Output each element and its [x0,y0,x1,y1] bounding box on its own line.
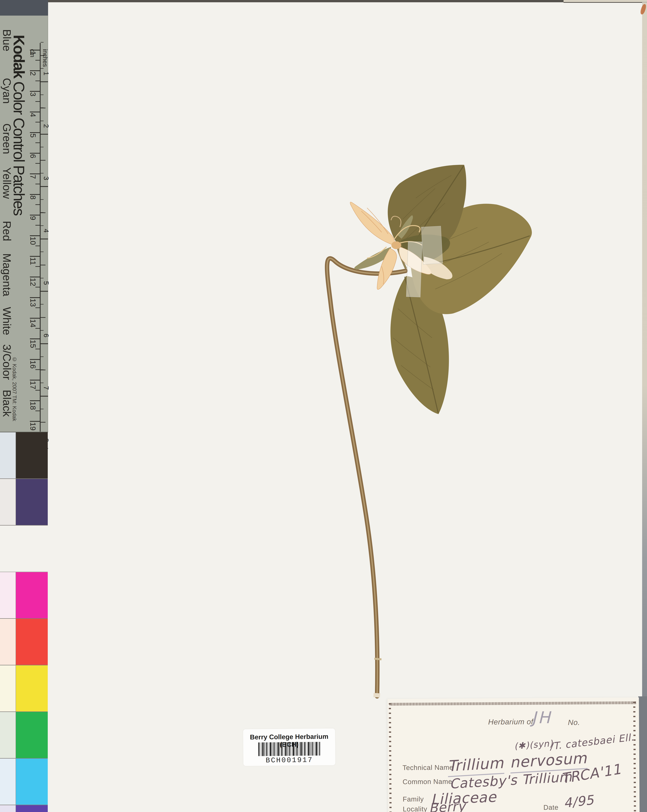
annotation-mark: (✱)(syn) [514,738,554,751]
mounting-tape-upper [421,226,443,264]
barcode-label: Berry College Herbarium (BCH) BCH001917 [243,728,335,766]
date-value: 4/95 [563,792,595,811]
mounting-tape-vertical [406,241,422,297]
flower-center [391,241,401,249]
herbarium-sheet-scan: Kodak Color Control Patches © Kodak, 200… [0,0,647,812]
technical-name-label: Technical Name [403,764,453,772]
herbarium-label-card: Herbarium of JH No. (✱)(syn) /T. catesba… [388,698,640,812]
label-border-right [633,702,636,812]
barcode-number: BCH001917 [243,756,335,765]
label-border-left [389,703,392,812]
header-label: Herbarium of [488,717,533,727]
number-label: No. [568,718,580,727]
pressed-trillium-specimen [0,0,647,812]
locality-label: Locality [403,805,427,812]
label-border-top [390,701,636,706]
barcode [258,742,320,756]
date-label: Date [543,804,558,812]
common-name-label: Common Name [403,778,452,786]
annotation-synonym: /T. catesbaei Ell. [549,731,635,752]
locality-value: Berry [429,798,466,812]
family-label: Family [403,795,424,803]
header-owner-initials: JH [531,708,552,727]
stem-frayed-tip [373,693,380,698]
